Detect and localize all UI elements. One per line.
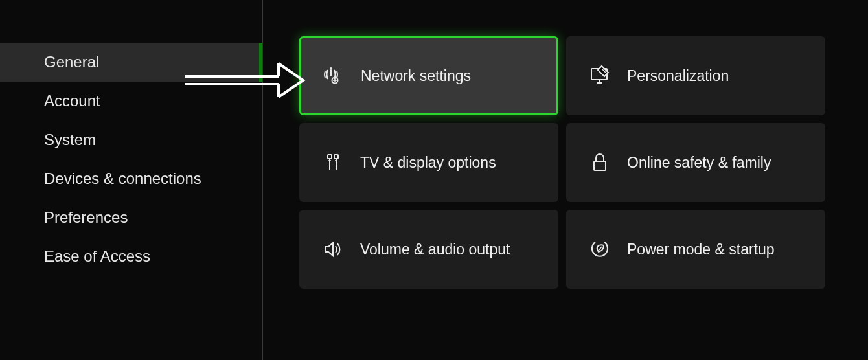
tile-label: Personalization: [627, 67, 729, 85]
tile-power-mode[interactable]: Power mode & startup: [566, 210, 825, 289]
network-icon: [321, 63, 347, 89]
tile-volume-audio[interactable]: Volume & audio output: [299, 210, 558, 289]
svg-point-1: [330, 67, 332, 70]
sidebar-item-label: Devices & connections: [44, 170, 201, 188]
power-eco-icon: [587, 236, 613, 262]
tile-label: Network settings: [361, 67, 471, 85]
personalization-icon: [587, 63, 613, 89]
tile-tv-display[interactable]: TV & display options: [299, 123, 558, 202]
tile-network-settings[interactable]: Network settings: [299, 36, 558, 115]
sidebar-item-label: General: [44, 53, 99, 71]
display-icon: [320, 150, 346, 175]
tile-personalization[interactable]: Personalization: [566, 36, 825, 115]
tiles-grid: Network settings Personalization: [299, 36, 850, 289]
sidebar-item-general[interactable]: General: [0, 43, 262, 82]
svg-rect-9: [328, 155, 332, 159]
sidebar-item-label: Ease of Access: [44, 247, 150, 265]
settings-screen: General Account System Devices & connect…: [0, 0, 868, 360]
tile-online-safety[interactable]: Online safety & family: [566, 123, 825, 202]
sidebar: General Account System Devices & connect…: [0, 0, 263, 360]
sidebar-item-devices[interactable]: Devices & connections: [0, 159, 262, 198]
sidebar-item-label: System: [44, 131, 96, 149]
sidebar-item-label: Account: [44, 92, 100, 110]
sidebar-item-label: Preferences: [44, 208, 128, 227]
tile-label: TV & display options: [360, 154, 496, 172]
volume-icon: [320, 236, 346, 262]
lock-icon: [587, 150, 613, 175]
svg-rect-10: [334, 155, 338, 159]
sidebar-item-ease-of-access[interactable]: Ease of Access: [0, 237, 262, 276]
tile-label: Online safety & family: [627, 154, 771, 172]
main-panel: Network settings Personalization: [263, 0, 868, 360]
svg-rect-15: [594, 161, 606, 170]
sidebar-item-account[interactable]: Account: [0, 82, 262, 120]
tile-label: Volume & audio output: [360, 241, 510, 258]
sidebar-item-system[interactable]: System: [0, 120, 262, 159]
sidebar-item-preferences[interactable]: Preferences: [0, 198, 262, 237]
tile-label: Power mode & startup: [627, 241, 775, 258]
